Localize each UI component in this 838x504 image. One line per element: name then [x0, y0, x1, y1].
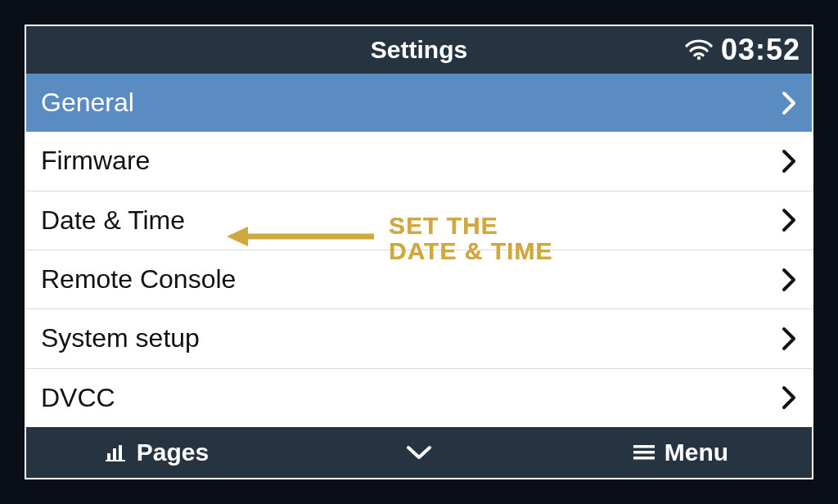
- bar-chart-icon: [106, 443, 127, 461]
- bottom-bar: Pages Menu: [26, 427, 812, 478]
- chevron-right-icon: [781, 385, 797, 410]
- wifi-icon: [685, 39, 713, 61]
- status-area: 03:52: [685, 33, 800, 67]
- row-system-setup[interactable]: System setup: [26, 309, 812, 368]
- clock: 03:52: [721, 33, 800, 67]
- settings-list: General Firmware Date & Time Remote Cons…: [26, 74, 812, 427]
- svg-rect-1: [107, 453, 110, 460]
- chevron-right-icon: [781, 326, 797, 351]
- row-date-time[interactable]: Date & Time: [26, 191, 812, 250]
- page-title: Settings: [371, 36, 467, 64]
- pages-label: Pages: [137, 439, 209, 466]
- svg-rect-3: [119, 445, 122, 460]
- svg-rect-7: [633, 457, 655, 460]
- scroll-down-button[interactable]: [288, 427, 550, 478]
- device-screen: Settings 03:52 General Firmware: [25, 25, 813, 479]
- svg-point-0: [697, 56, 701, 60]
- row-label: System setup: [41, 323, 200, 353]
- chevron-right-icon: [781, 268, 797, 292]
- row-label: General: [41, 88, 134, 118]
- svg-rect-2: [113, 448, 116, 460]
- row-label: Date & Time: [41, 205, 185, 236]
- chevron-right-icon: [781, 91, 797, 115]
- svg-rect-6: [633, 451, 655, 454]
- row-remote-console[interactable]: Remote Console: [26, 250, 812, 309]
- chevron-right-icon: [781, 149, 797, 173]
- pages-button[interactable]: Pages: [26, 427, 288, 478]
- menu-button[interactable]: Menu: [550, 427, 812, 478]
- row-label: DVCC: [41, 383, 115, 413]
- chevron-right-icon: [781, 208, 797, 232]
- row-general[interactable]: General: [26, 74, 812, 132]
- svg-rect-5: [633, 445, 655, 448]
- row-firmware[interactable]: Firmware: [26, 132, 812, 191]
- chevron-down-icon: [405, 444, 433, 461]
- top-bar: Settings 03:52: [26, 26, 812, 74]
- hamburger-icon: [633, 444, 655, 461]
- svg-rect-4: [106, 460, 125, 461]
- row-dvcc[interactable]: DVCC: [26, 369, 812, 427]
- menu-label: Menu: [665, 439, 728, 466]
- row-label: Firmware: [41, 146, 150, 176]
- row-label: Remote Console: [41, 264, 236, 295]
